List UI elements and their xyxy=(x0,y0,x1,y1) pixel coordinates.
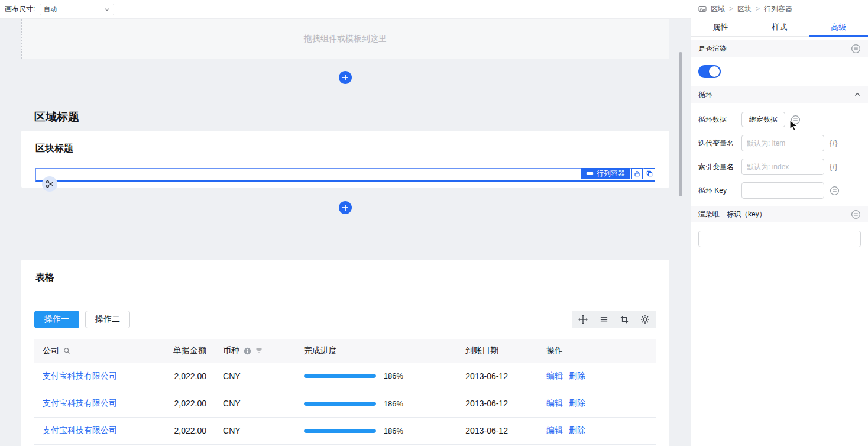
canvas-scrollbar[interactable] xyxy=(679,52,682,196)
company-link[interactable]: 支付宝科技有限公司 xyxy=(43,425,117,435)
breadcrumb-separator: > xyxy=(729,5,733,13)
column-settings-button[interactable] xyxy=(640,314,650,325)
loop-key-bind-button[interactable] xyxy=(830,186,840,196)
breadcrumb-container[interactable]: 行列容器 xyxy=(764,4,792,14)
selected-row-container[interactable]: 行列容器 xyxy=(35,168,655,182)
progress-bar xyxy=(304,374,376,378)
lock-button[interactable] xyxy=(631,168,643,179)
render-key-bind-button[interactable] xyxy=(851,209,861,219)
breadcrumb: 区域 > 区块 > 行列容器 xyxy=(691,0,868,18)
table-card[interactable]: 表格 操作一 操作二 xyxy=(21,260,669,446)
bind-icon xyxy=(830,186,840,196)
table-row: 支付宝科技有限公司 2,022.00 CNY 186% 2013-06-12 编… xyxy=(34,390,656,417)
tab-style[interactable]: 样式 xyxy=(750,18,809,36)
render-section-title: 是否渲染 xyxy=(698,44,727,54)
delete-link[interactable]: 删除 xyxy=(569,398,585,408)
copy-icon xyxy=(646,170,653,177)
panel-tabs: 属性 样式 高级 xyxy=(691,18,868,37)
edit-link[interactable]: 编辑 xyxy=(546,425,563,435)
area-title[interactable]: 区域标题 xyxy=(34,109,669,125)
date-cell: 2013-06-12 xyxy=(457,363,538,390)
selection-toolbar: 行列容器 xyxy=(581,168,655,179)
table-title: 表格 xyxy=(21,260,669,295)
company-link[interactable]: 支付宝科技有限公司 xyxy=(43,371,117,380)
container-tag[interactable]: 行列容器 xyxy=(581,168,630,179)
loop-data-label: 循环数据 xyxy=(698,115,741,125)
loop-fields: 循环数据 绑定数据 迭代变量名 {/} 索引变量名 {/} 循环 Key xyxy=(691,103,868,206)
density-button[interactable] xyxy=(598,314,609,325)
amount-cell: 2,022.00 xyxy=(165,417,215,444)
iterator-field: 迭代变量名 {/} xyxy=(698,135,861,151)
breadcrumb-separator: > xyxy=(756,5,760,13)
edit-link[interactable]: 编辑 xyxy=(546,371,563,380)
cut-button[interactable] xyxy=(42,176,57,192)
date-cell: 2013-06-12 xyxy=(457,417,538,444)
data-table: 公司 单据金额 币种 完成进度 到账日期 操作 支付宝科技有限公司 2,022.… xyxy=(34,339,656,445)
container-tag-label: 行列容器 xyxy=(597,169,625,179)
loop-key-label: 循环 Key xyxy=(698,186,741,196)
formula-toggle[interactable]: {/} xyxy=(830,163,838,171)
currency-cell: CNY xyxy=(215,417,296,444)
index-field: 索引变量名 {/} xyxy=(698,159,861,175)
action-two-button[interactable]: 操作二 xyxy=(85,311,130,328)
breadcrumb-area[interactable]: 区域 xyxy=(711,4,725,14)
table-tools xyxy=(572,311,656,328)
canvas-size-select[interactable]: 自动 xyxy=(40,4,114,15)
table-row: 支付宝科技有限公司 2,022.00 CNY 186% 2013-06-12 编… xyxy=(34,363,656,390)
block-card[interactable]: 区块标题 行列容器 xyxy=(21,131,669,188)
filter-icon[interactable] xyxy=(255,347,263,354)
iterator-label: 迭代变量名 xyxy=(698,138,741,148)
action-one-button[interactable]: 操作一 xyxy=(34,311,79,328)
loop-section-title: 循环 xyxy=(698,90,712,100)
scissors-icon xyxy=(46,180,54,188)
progress-bar xyxy=(304,429,376,433)
date-cell: 2013-06-12 xyxy=(457,390,538,417)
tab-advanced[interactable]: 高级 xyxy=(809,18,868,36)
move-icon xyxy=(578,315,588,324)
progress: 186% xyxy=(304,426,449,435)
progress-bar xyxy=(304,402,376,406)
render-key-section-header: 渲染唯一标识（key） xyxy=(691,206,868,222)
progress: 186% xyxy=(304,371,449,380)
progress-label: 186% xyxy=(384,371,403,380)
loop-key-input[interactable] xyxy=(741,182,824,199)
tab-properties[interactable]: 属性 xyxy=(691,18,750,36)
add-component-button-2[interactable] xyxy=(339,201,352,214)
add-component-button[interactable] xyxy=(339,71,352,84)
col-date: 到账日期 xyxy=(457,339,538,363)
render-toggle[interactable] xyxy=(698,65,721,78)
crop-icon xyxy=(620,315,629,324)
drag-sort-button[interactable] xyxy=(578,314,588,325)
list-icon xyxy=(600,315,608,324)
fullscreen-button[interactable] xyxy=(619,314,630,325)
table-toolbar: 操作一 操作二 xyxy=(21,295,669,328)
dropzone[interactable]: 拖拽组件或模板到这里 xyxy=(21,19,669,59)
loop-data-bind-button[interactable] xyxy=(791,115,801,125)
col-actions: 操作 xyxy=(538,339,656,363)
lowcode-editor: 画布尺寸: 自动 拖拽组件或模板到这里 区域标题 区块标题 xyxy=(0,0,868,446)
edit-link[interactable]: 编辑 xyxy=(546,398,563,408)
copy-button[interactable] xyxy=(644,168,655,179)
render-bind-button[interactable] xyxy=(851,44,861,54)
loop-key-field: 循环 Key xyxy=(698,182,861,199)
amount-cell: 2,022.00 xyxy=(165,390,215,417)
row-icon xyxy=(586,170,594,177)
amount-cell: 2,022.00 xyxy=(165,363,215,390)
table-header-row: 公司 单据金额 币种 完成进度 到账日期 操作 xyxy=(34,339,656,363)
render-key-title: 渲染唯一标识（key） xyxy=(698,209,766,219)
search-icon[interactable] xyxy=(63,347,70,354)
loop-data-field: 循环数据 绑定数据 xyxy=(698,111,861,128)
currency-cell: CNY xyxy=(215,363,296,390)
bind-data-button[interactable]: 绑定数据 xyxy=(741,112,785,127)
delete-link[interactable]: 删除 xyxy=(569,371,585,380)
render-key-input[interactable] xyxy=(698,231,861,247)
breadcrumb-block[interactable]: 区块 xyxy=(737,4,752,14)
bind-icon xyxy=(851,209,861,219)
delete-link[interactable]: 删除 xyxy=(569,425,585,435)
index-name-input[interactable] xyxy=(741,159,824,175)
formula-toggle[interactable]: {/} xyxy=(830,139,838,147)
iterator-name-input[interactable] xyxy=(741,135,824,151)
canvas-pane: 画布尺寸: 自动 拖拽组件或模板到这里 区域标题 区块标题 xyxy=(0,0,691,446)
company-link[interactable]: 支付宝科技有限公司 xyxy=(43,398,117,408)
loop-section-header[interactable]: 循环 xyxy=(691,86,868,103)
